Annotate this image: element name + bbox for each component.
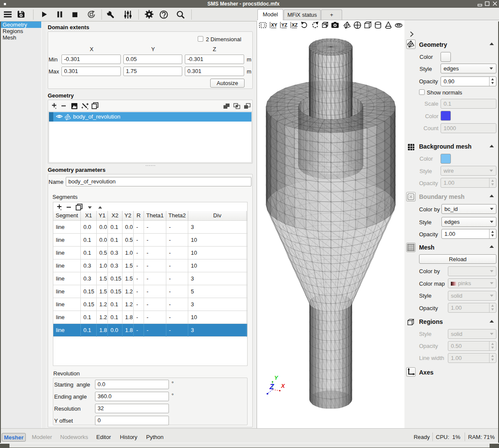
svg-text:Z: Z [269,383,274,391]
svg-text:X: X [281,383,285,389]
svg-text:Y: Y [274,375,279,381]
